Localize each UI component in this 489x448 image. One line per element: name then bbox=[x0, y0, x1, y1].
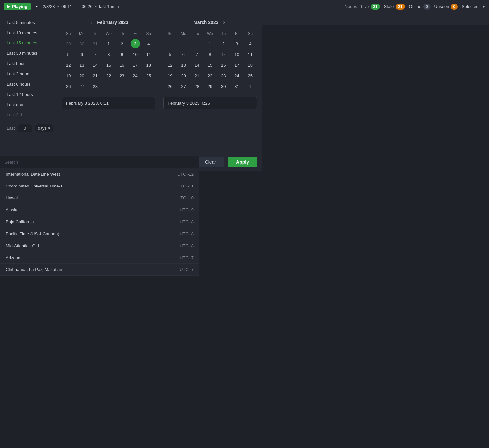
quick-last-2hours[interactable]: Last 2 hours bbox=[0, 69, 56, 79]
cal-day[interactable]: 14 bbox=[192, 60, 202, 70]
cal-day[interactable]: 8 bbox=[205, 50, 215, 59]
cal-day[interactable]: 19 bbox=[64, 71, 73, 80]
start-datetime-input[interactable] bbox=[62, 97, 155, 109]
cal-day[interactable]: 26 bbox=[165, 82, 175, 91]
cal-day[interactable]: 17 bbox=[131, 60, 140, 70]
cal-day[interactable]: 19 bbox=[165, 71, 175, 80]
quick-last-hour[interactable]: Last hour bbox=[0, 58, 56, 69]
cal-day[interactable]: 1 bbox=[205, 39, 215, 48]
tz-item-baja[interactable]: Baja California UTC -8 bbox=[0, 216, 199, 228]
cal-day[interactable]: 11 bbox=[246, 50, 255, 59]
quick-last-30min[interactable]: Last 30 minutes bbox=[0, 48, 56, 58]
cal-day[interactable]: 31 bbox=[232, 82, 242, 91]
cal-day[interactable]: 30 bbox=[77, 39, 86, 48]
cal-day[interactable]: 24 bbox=[131, 71, 140, 80]
cal-day[interactable]: 2 bbox=[219, 39, 228, 48]
tz-name: Alaska bbox=[6, 207, 19, 212]
cal-day[interactable]: 1 bbox=[246, 82, 255, 91]
cal-day[interactable]: 20 bbox=[179, 71, 188, 80]
playing-dropdown-arrow[interactable]: ▾ bbox=[36, 5, 38, 8]
cal-day[interactable]: 15 bbox=[205, 60, 215, 70]
cal-day[interactable]: 9 bbox=[117, 50, 126, 59]
tz-item-utc-11[interactable]: Coordinated Universal Time-11 UTC -11 bbox=[0, 180, 199, 192]
cal-day[interactable]: 29 bbox=[205, 82, 215, 91]
quick-last-10min[interactable]: Last 10 minutes bbox=[0, 28, 56, 38]
cal-day[interactable]: 16 bbox=[117, 60, 126, 70]
last-value-input[interactable] bbox=[18, 124, 32, 132]
cal-day[interactable]: 8 bbox=[104, 50, 113, 59]
cal-day[interactable]: 22 bbox=[104, 71, 113, 80]
february-header: ‹ February 2023 bbox=[62, 19, 155, 26]
cal-day[interactable]: 13 bbox=[77, 60, 86, 70]
nodes-label: Nodes bbox=[345, 4, 357, 9]
tz-item-intl-date-line[interactable]: International Date Line West UTC -12 bbox=[0, 168, 199, 180]
last-unit-select[interactable]: days ▾ bbox=[35, 124, 53, 132]
selected-dropdown[interactable]: Selected - ▾ bbox=[462, 4, 485, 9]
apply-button[interactable]: Apply bbox=[228, 157, 257, 167]
cal-day[interactable]: 13 bbox=[179, 60, 188, 70]
tz-item-mid-atlantic[interactable]: Mid-Atlantic - Old UTC -8 bbox=[0, 240, 199, 252]
cal-day[interactable]: 5 bbox=[165, 50, 175, 59]
cal-day[interactable]: 23 bbox=[219, 71, 228, 80]
cal-day[interactable]: 4 bbox=[246, 39, 255, 48]
quick-last-15min[interactable]: Last 15 minutes bbox=[0, 38, 56, 48]
cal-day[interactable]: 6 bbox=[179, 50, 188, 59]
cal-day[interactable]: 26 bbox=[64, 82, 73, 91]
timezone-search-input[interactable] bbox=[0, 156, 199, 168]
tz-item-chihuahua[interactable]: Chihuahua, La Paz, Mazatlan UTC -7 bbox=[0, 264, 199, 276]
next-month-button[interactable]: › bbox=[221, 19, 227, 26]
quick-last-6hours[interactable]: Last 6 hours bbox=[0, 79, 56, 89]
cal-day[interactable]: 18 bbox=[144, 60, 153, 70]
cal-day[interactable]: 5 bbox=[64, 50, 73, 59]
cal-day[interactable]: 12 bbox=[64, 60, 73, 70]
cal-day[interactable]: 27 bbox=[179, 82, 188, 91]
end-datetime-input[interactable] bbox=[163, 97, 257, 109]
cal-day[interactable]: 17 bbox=[232, 60, 242, 70]
cal-day[interactable]: 23 bbox=[117, 71, 126, 80]
quick-last-12hours[interactable]: Last 12 hours bbox=[0, 89, 56, 100]
cal-day[interactable]: 18 bbox=[246, 60, 255, 70]
cal-day[interactable]: 28 bbox=[91, 82, 100, 91]
cal-day[interactable]: 22 bbox=[205, 71, 215, 80]
cal-day[interactable]: 21 bbox=[192, 71, 202, 80]
cal-day[interactable]: 15 bbox=[104, 60, 113, 70]
quick-last-5min[interactable]: Last 5 minutes bbox=[0, 17, 56, 28]
cal-day[interactable]: 14 bbox=[91, 60, 100, 70]
tz-item-hawaii[interactable]: Hawaii UTC -10 bbox=[0, 192, 199, 204]
cal-day-selected[interactable]: 3 bbox=[131, 39, 140, 48]
cal-day[interactable]: 7 bbox=[91, 50, 100, 59]
live-label: Live bbox=[361, 4, 369, 9]
cal-day[interactable]: 24 bbox=[232, 71, 242, 80]
clear-button[interactable]: Clear bbox=[197, 157, 224, 167]
cal-day[interactable]: 4 bbox=[144, 39, 153, 48]
cal-day[interactable]: 20 bbox=[77, 71, 86, 80]
cal-day[interactable]: 31 bbox=[91, 39, 100, 48]
cal-day[interactable]: 6 bbox=[77, 50, 86, 59]
cal-day[interactable]: 1 bbox=[104, 39, 113, 48]
cal-day[interactable]: 10 bbox=[232, 50, 242, 59]
quick-last-3days[interactable]: Last 3 d... bbox=[0, 110, 56, 120]
february-calendar: ‹ February 2023 Su Mo Tu We Th Fr Sa 29 bbox=[62, 19, 155, 109]
cal-day[interactable]: 3 bbox=[232, 39, 242, 48]
cal-day[interactable]: 30 bbox=[219, 82, 228, 91]
cal-day[interactable]: 7 bbox=[192, 50, 202, 59]
timezone-dropdown: International Date Line West UTC -12 Coo… bbox=[0, 156, 199, 276]
cal-day[interactable]: 2 bbox=[117, 39, 126, 48]
tz-item-pacific[interactable]: Pacific Time (US & Canada) UTC -8 bbox=[0, 228, 199, 240]
cal-day[interactable]: 28 bbox=[192, 82, 202, 91]
playing-button[interactable]: Playing bbox=[4, 3, 31, 10]
prev-month-button[interactable]: ‹ bbox=[89, 19, 94, 26]
cal-day[interactable]: 10 bbox=[131, 50, 140, 59]
cal-day[interactable]: 16 bbox=[219, 60, 228, 70]
cal-day[interactable]: 21 bbox=[91, 71, 100, 80]
cal-day[interactable]: 25 bbox=[144, 71, 153, 80]
cal-day[interactable]: 29 bbox=[64, 39, 73, 48]
cal-day[interactable]: 12 bbox=[165, 60, 175, 70]
cal-day[interactable]: 11 bbox=[144, 50, 153, 59]
tz-item-arizona[interactable]: Arizona UTC -7 bbox=[0, 252, 199, 264]
cal-day[interactable]: 9 bbox=[219, 50, 228, 59]
cal-day[interactable]: 25 bbox=[246, 71, 255, 80]
quick-last-day[interactable]: Last day bbox=[0, 100, 56, 110]
cal-day[interactable]: 27 bbox=[77, 82, 86, 91]
tz-item-alaska[interactable]: Alaska UTC -9 bbox=[0, 204, 199, 216]
